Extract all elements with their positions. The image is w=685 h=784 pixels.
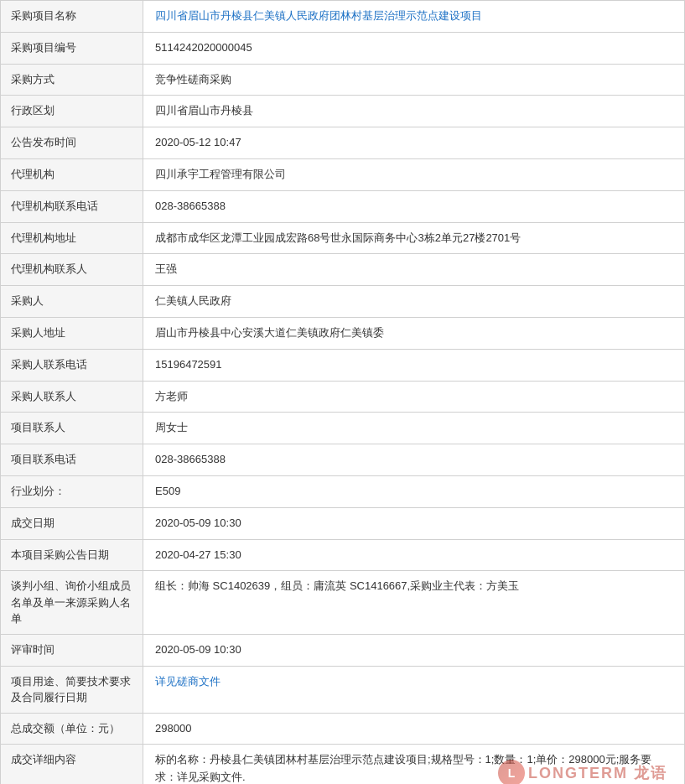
row-value: 王强	[143, 254, 684, 285]
row-value: 方老师	[143, 382, 684, 413]
row-label: 成交详细内容	[1, 745, 143, 784]
table-row: 公告发布时间2020-05-12 10:47	[1, 127, 684, 159]
table-row: 采购人仁美镇人民政府	[1, 286, 684, 318]
table-row: 谈判小组、询价小组成员名单及单一来源采购人名单组长：帅海 SC1402639，组…	[1, 571, 684, 635]
procurement-table: 采购项目名称四川省眉山市丹棱县仁美镇人民政府团林村基层治理示范点建设项目采购项目…	[0, 0, 685, 784]
row-value: 5114242020000045	[143, 33, 684, 64]
row-value: 028-38665388	[143, 444, 684, 475]
row-label: 采购人联系电话	[1, 350, 143, 381]
row-label: 行业划分：	[1, 476, 143, 507]
table-row: 采购人地址眉山市丹棱县中心安溪大道仁美镇政府仁美镇委	[1, 318, 684, 350]
row-label: 项目用途、简要技术要求及合同履行日期	[1, 667, 143, 713]
table-row: 项目用途、简要技术要求及合同履行日期详见磋商文件	[1, 667, 684, 714]
table-row: 代理机构联系电话028-38665388	[1, 191, 684, 223]
row-value: 组长：帅海 SC1402639，组员：庸流英 SC1416667,采购业主代表：…	[143, 571, 684, 634]
row-value: 标的名称：丹棱县仁美镇团林村基层治理示范点建设项目;规格型号：1;数量：1;单价…	[143, 745, 684, 784]
table-row: 本项目采购公告日期2020-04-27 15:30	[1, 540, 684, 572]
row-label: 行政区划	[1, 96, 143, 127]
row-label: 采购人地址	[1, 318, 143, 349]
watermark: LLONGTERM 龙语	[498, 760, 667, 784]
row-label: 项目联系人	[1, 413, 143, 444]
row-label: 评审时间	[1, 635, 143, 666]
row-value: 2020-05-09 10:30	[143, 635, 684, 666]
table-row: 采购方式竞争性磋商采购	[1, 65, 684, 96]
table-row: 成交日期2020-05-09 10:30	[1, 508, 684, 540]
row-label: 采购人联系人	[1, 382, 143, 413]
row-value: 298000	[143, 714, 684, 745]
table-row: 行业划分：E509	[1, 476, 684, 508]
row-label: 代理机构地址	[1, 223, 143, 254]
row-value: 仁美镇人民政府	[143, 286, 684, 317]
table-row: 项目联系电话028-38665388	[1, 444, 684, 476]
watermark-text: LONGTERM 龙语	[528, 761, 667, 784]
row-value: 2020-05-09 10:30	[143, 508, 684, 539]
row-label: 代理机构联系人	[1, 254, 143, 285]
row-value: 成都市成华区龙潭工业园成宏路68号世永国际商务中心3栋2单元27楼2701号	[143, 223, 684, 254]
row-value: 竞争性磋商采购	[143, 65, 684, 96]
row-value: 眉山市丹棱县中心安溪大道仁美镇政府仁美镇委	[143, 318, 684, 349]
table-row: 代理机构地址成都市成华区龙潭工业园成宏路68号世永国际商务中心3栋2单元27楼2…	[1, 223, 684, 255]
row-label: 项目联系电话	[1, 444, 143, 475]
value-link[interactable]: 详见磋商文件	[155, 673, 221, 691]
row-value: 2020-05-12 10:47	[143, 127, 684, 158]
row-label: 采购方式	[1, 65, 143, 96]
row-value: 四川省眉山市丹棱县仁美镇人民政府团林村基层治理示范点建设项目	[143, 1, 684, 32]
row-value: 详见磋商文件	[143, 667, 684, 713]
row-value: 四川省眉山市丹棱县	[143, 96, 684, 127]
row-label: 本项目采购公告日期	[1, 540, 143, 571]
table-row: 采购人联系人方老师	[1, 382, 684, 413]
table-row: 总成交额（单位：元）298000	[1, 714, 684, 745]
row-label: 采购人	[1, 286, 143, 317]
row-label: 成交日期	[1, 508, 143, 539]
row-value: 15196472591	[143, 350, 684, 381]
row-value: 028-38665388	[143, 191, 684, 222]
row-value: 周女士	[143, 413, 684, 444]
table-row: 行政区划四川省眉山市丹棱县	[1, 96, 684, 127]
table-row: 评审时间2020-05-09 10:30	[1, 635, 684, 667]
row-label: 采购项目名称	[1, 1, 143, 32]
table-row: 采购项目编号5114242020000045	[1, 33, 684, 65]
row-label: 代理机构	[1, 159, 143, 190]
row-label: 采购项目编号	[1, 33, 143, 64]
table-row: 采购人联系电话15196472591	[1, 350, 684, 382]
row-value: 2020-04-27 15:30	[143, 540, 684, 571]
row-label: 谈判小组、询价小组成员名单及单一来源采购人名单	[1, 571, 143, 634]
row-label: 总成交额（单位：元）	[1, 714, 143, 745]
row-value: 四川承宇工程管理有限公司	[143, 159, 684, 190]
table-row: 代理机构联系人王强	[1, 254, 684, 286]
watermark-logo: L	[498, 760, 525, 784]
row-label: 代理机构联系电话	[1, 191, 143, 222]
row-value: E509	[143, 476, 684, 507]
value-link[interactable]: 四川省眉山市丹棱县仁美镇人民政府团林村基层治理示范点建设项目	[155, 8, 482, 25]
table-row: 采购项目名称四川省眉山市丹棱县仁美镇人民政府团林村基层治理示范点建设项目	[1, 1, 684, 33]
table-row: 成交详细内容标的名称：丹棱县仁美镇团林村基层治理示范点建设项目;规格型号：1;数…	[1, 745, 684, 784]
row-label: 公告发布时间	[1, 127, 143, 158]
table-row: 项目联系人周女士	[1, 413, 684, 444]
table-row: 代理机构四川承宇工程管理有限公司	[1, 159, 684, 191]
